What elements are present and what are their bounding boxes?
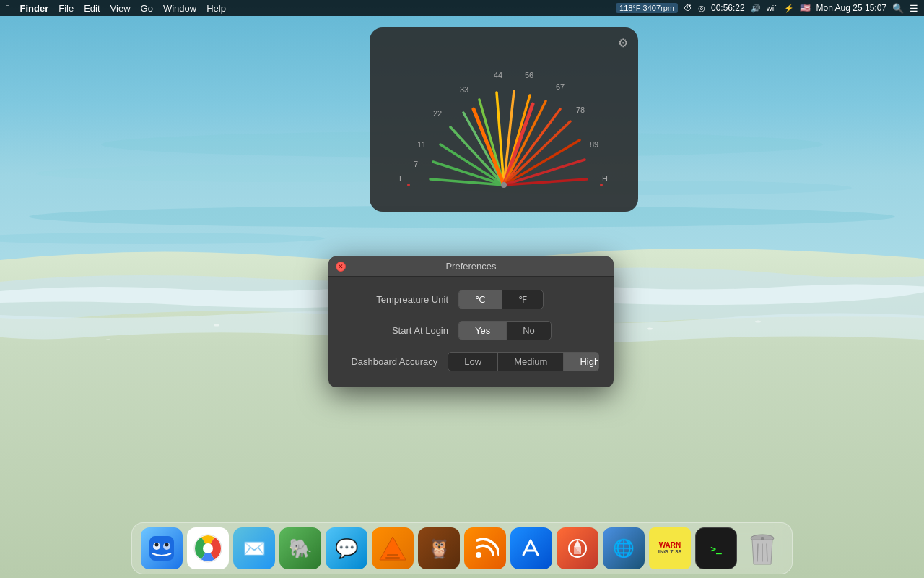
svg-text:67: 67: [556, 82, 565, 91]
view-menu[interactable]: View: [110, 3, 131, 14]
dock-icon-trash[interactable]: [741, 527, 783, 569]
svg-point-23: [407, 184, 410, 186]
high-button[interactable]: High: [563, 353, 599, 371]
wifi-icon[interactable]: wifi: [767, 4, 778, 12]
svg-rect-43: [149, 536, 174, 561]
dashboard-accuracy-control: Low Medium High: [448, 352, 599, 371]
battery-status: 00:56:22: [711, 3, 745, 13]
svg-text:56: 56: [525, 71, 533, 79]
svg-point-46: [155, 543, 159, 547]
svg-point-47: [165, 543, 169, 547]
dock-icon-vlc[interactable]: [372, 527, 414, 569]
svg-point-24: [600, 184, 603, 186]
low-button[interactable]: Low: [448, 353, 497, 371]
svg-text:44: 44: [494, 71, 502, 79]
temperature-unit-label: Tempreature Unit: [343, 294, 458, 305]
dock-icon-chrome[interactable]: [187, 527, 229, 569]
dock-icon-rss[interactable]: [464, 527, 506, 569]
svg-text:L: L: [399, 174, 404, 183]
dashboard-accuracy-row: Dashboard Accuracy Low Medium High: [343, 352, 599, 371]
svg-line-60: [767, 544, 767, 561]
medium-button[interactable]: Medium: [497, 353, 563, 371]
svg-line-58: [757, 544, 758, 561]
gauge-settings-icon[interactable]: ⚙: [618, 36, 628, 50]
svg-text:78: 78: [576, 105, 585, 114]
svg-text:33: 33: [460, 85, 468, 94]
menubar-right: 118°F 3407rpm ⏱ ◎ 00:56:22 🔊 wifi ⚡ 🇺🇸 M…: [616, 3, 918, 14]
svg-text:11: 11: [417, 140, 426, 149]
temperature-unit-control: ℃ ℉: [458, 290, 544, 309]
no-button[interactable]: No: [506, 322, 551, 340]
datetime: Mon Aug 25 15:07: [816, 3, 886, 13]
file-menu[interactable]: File: [58, 3, 74, 14]
svg-text:7: 7: [414, 160, 418, 168]
window-menu[interactable]: Window: [163, 3, 196, 14]
temp-fan-status[interactable]: 118°F 3407rpm: [616, 3, 678, 13]
dashboard-accuracy-label: Dashboard Accuracy: [343, 356, 448, 367]
start-at-login-row: Start At Login Yes No: [343, 321, 599, 340]
help-menu[interactable]: Help: [206, 3, 226, 14]
volume-icon[interactable]: 🔊: [751, 4, 761, 13]
dock-icon-xcode[interactable]: [510, 527, 552, 569]
fahrenheit-button[interactable]: ℉: [502, 290, 543, 309]
activity-icon: ◎: [698, 4, 705, 13]
gauge-widget: ⚙ L 7 11 22 33 44 56 67 78 89 H: [370, 27, 638, 212]
preferences-titlebar: ✕ Preferences: [328, 256, 614, 277]
svg-text:22: 22: [433, 109, 442, 118]
edit-menu[interactable]: Edit: [84, 3, 100, 14]
svg-point-50: [203, 543, 213, 553]
menubar:  Finder File Edit View Go Window Help 1…: [0, 0, 924, 16]
dock-icon-messages[interactable]: 💬: [326, 527, 367, 569]
dock-icon-finder[interactable]: [141, 527, 183, 569]
dock-icon-wirefusion[interactable]: 🌐: [603, 527, 645, 569]
svg-line-37: [504, 109, 560, 185]
svg-rect-57: [761, 537, 764, 540]
clock-icon: ⏱: [684, 3, 692, 13]
menubar-left:  Finder File Edit View Go Window Help: [6, 2, 226, 14]
dock-icon-nightowl[interactable]: 🦉: [418, 527, 460, 569]
svg-point-42: [501, 182, 507, 188]
celsius-button[interactable]: ℃: [459, 290, 502, 309]
yes-button[interactable]: Yes: [459, 322, 506, 340]
dock-icon-evernote[interactable]: 🐘: [279, 527, 321, 569]
dock-icon-mail[interactable]: ✉️: [233, 527, 275, 569]
search-icon[interactable]: 🔍: [892, 3, 904, 14]
svg-text:H: H: [602, 174, 608, 183]
close-button[interactable]: ✕: [336, 262, 346, 272]
gauge-svg: L 7 11 22 33 44 56 67 78 89 H: [388, 40, 619, 199]
apple-menu[interactable]: : [6, 2, 9, 14]
dock-icon-console[interactable]: WARN ING 7:38: [649, 527, 691, 569]
temperature-unit-row: Tempreature Unit ℃ ℉: [343, 290, 599, 309]
power-icon: ⚡: [784, 4, 794, 13]
start-at-login-control: Yes No: [458, 321, 552, 340]
svg-rect-52: [387, 554, 398, 556]
dock: ✉️ 🐘 💬 🦉 🌐 WARN ING 7:38 >_: [131, 522, 793, 574]
preferences-title: Preferences: [445, 261, 496, 272]
dock-icon-colorapp[interactable]: [557, 527, 598, 569]
dock-icon-terminal[interactable]: >_: [695, 527, 737, 569]
svg-rect-53: [385, 557, 400, 559]
go-menu[interactable]: Go: [141, 3, 153, 14]
gauge-canvas: L 7 11 22 33 44 56 67 78 89 H: [388, 40, 619, 199]
preferences-panel: ✕ Preferences Tempreature Unit ℃ ℉ Start…: [328, 256, 614, 387]
svg-point-54: [476, 552, 481, 558]
finder-menu[interactable]: Finder: [19, 3, 48, 14]
list-icon[interactable]: ☰: [910, 3, 918, 14]
svg-text:89: 89: [590, 140, 598, 149]
svg-marker-51: [380, 537, 406, 560]
start-at-login-label: Start At Login: [343, 325, 458, 336]
flag-icon: 🇺🇸: [800, 3, 811, 13]
preferences-content: Tempreature Unit ℃ ℉ Start At Login Yes …: [328, 277, 614, 387]
